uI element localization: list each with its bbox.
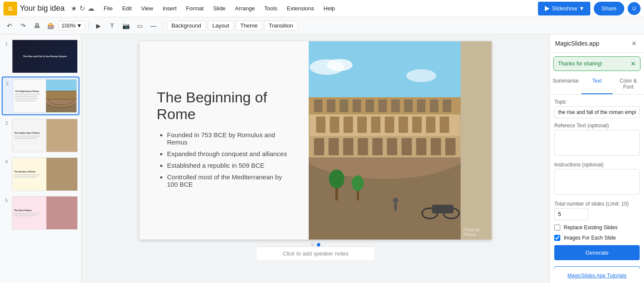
svg-rect-29 <box>330 117 339 133</box>
slide-thumb-4[interactable]: 4 The Decline of Rome <box>2 156 79 193</box>
cloud-icon[interactable]: ☁ <box>88 4 94 12</box>
canvas-area: The Beginning of Rome Founded in 753 BCE… <box>82 34 550 283</box>
text-btn[interactable]: T <box>106 20 118 32</box>
svg-rect-25 <box>430 99 438 112</box>
menu-edit[interactable]: Edit <box>118 3 136 13</box>
share-button[interactable]: Share <box>594 2 624 15</box>
replace-existing-checkbox[interactable] <box>554 225 560 231</box>
right-sidebar: MagicSlides.app ✕ Thanks for sharing! ✕ … <box>550 34 644 283</box>
tutorials-link[interactable]: MagicSlides App Tutorials <box>550 268 644 283</box>
sidebar-title: MagicSlides.app <box>555 40 599 47</box>
tab-text[interactable]: Text <box>581 74 613 94</box>
total-slides-group: Total number of slides (Limit: 10) <box>554 201 640 220</box>
slide-thumb-5[interactable]: 5 The Fall of Rome <box>2 194 79 231</box>
menu-insert[interactable]: Insert <box>158 3 181 13</box>
svg-rect-23 <box>404 99 413 112</box>
toolbar-layout-btn[interactable]: Layout <box>208 21 234 31</box>
replace-existing-row: Replace Existing Slides <box>554 225 640 231</box>
cursor-btn[interactable]: ▶ <box>92 20 104 32</box>
star-icon[interactable]: ★ <box>71 4 77 12</box>
slide-img-4: The Decline of Rome <box>12 157 78 191</box>
reference-field-group: Referece Text (optional) <box>554 123 640 157</box>
canvas-bullet-2: Expanded through conquest and alliances <box>167 150 292 157</box>
menu-slide[interactable]: Slide <box>209 3 230 13</box>
toolbar-redo-btn[interactable]: ↷ <box>17 20 29 32</box>
slide-nav <box>311 243 320 246</box>
topic-input[interactable] <box>554 106 640 118</box>
toolbar-print-btn[interactable]: 🖶 <box>31 20 43 32</box>
canvas-bullet-1: Founded in 753 BCE by Romulus and Remus <box>167 131 292 146</box>
avatar[interactable]: U <box>628 2 641 15</box>
svg-rect-47 <box>431 138 441 155</box>
tab-summarise[interactable]: Summarise <box>550 74 581 94</box>
svg-rect-21 <box>378 99 387 112</box>
zoom-control[interactable]: 100% ▼ <box>58 21 85 30</box>
slide-thumb-3[interactable]: 3 The Golden Age of Rome <box>2 117 79 154</box>
toolbar-paint-format-btn[interactable]: 🎰 <box>45 20 57 32</box>
reference-label: Referece Text (optional) <box>554 123 640 129</box>
svg-rect-22 <box>391 99 400 112</box>
slide-thumb-2[interactable]: 2 The Beginning of Rome <box>2 77 79 115</box>
total-slides-input[interactable] <box>554 208 589 220</box>
toolbar-undo-btn[interactable]: ↶ <box>3 20 15 32</box>
svg-rect-24 <box>417 99 425 112</box>
svg-rect-43 <box>372 138 383 155</box>
history-icon[interactable]: ↻ <box>79 4 85 12</box>
toolbar-theme-btn[interactable]: Theme <box>236 21 262 31</box>
svg-point-58 <box>352 175 364 191</box>
svg-rect-16 <box>314 99 322 112</box>
svg-rect-7 <box>46 91 76 99</box>
notification-text: Thanks for sharing! <box>558 61 602 67</box>
menu-arrange[interactable]: Arrange <box>231 3 259 13</box>
line-btn[interactable]: ― <box>147 20 159 32</box>
toolbar-background-btn[interactable]: Background <box>167 21 206 31</box>
canvas-content-left: The Beginning of Rome Founded in 753 BCE… <box>140 41 309 240</box>
canvas-bullets: Founded in 753 BCE by Romulus and Remus … <box>157 131 292 192</box>
svg-rect-39 <box>314 138 324 155</box>
svg-point-10 <box>327 59 352 71</box>
menu-help[interactable]: Help <box>319 3 340 13</box>
instructions-textarea[interactable] <box>554 169 640 195</box>
menu-bar: G Your big idea ★ ↻ ☁ File Edit View Ins… <box>0 0 644 17</box>
images-for-each-checkbox[interactable] <box>554 235 560 241</box>
slide-dot-active <box>317 243 320 246</box>
slide-thumb-1[interactable]: 1 The Rise and Fall of the Roman Empire <box>2 38 79 75</box>
toolbar-separator-2 <box>163 22 163 30</box>
toolbar: ↶ ↷ 🖶 🎰 100% ▼ ▶ T 📷 ▭ ― Background Layo… <box>0 17 644 34</box>
image-btn[interactable]: 📷 <box>120 20 132 32</box>
main-area: 1 The Rise and Fall of the Roman Empire … <box>0 34 644 283</box>
menu-format[interactable]: Format <box>182 3 208 13</box>
right-controls: Slideshow ▼ Share U <box>538 2 641 15</box>
menu-extensions[interactable]: Extensions <box>283 3 319 13</box>
app-title: Your big idea <box>20 4 64 13</box>
svg-point-56 <box>329 169 344 188</box>
speaker-notes-area[interactable]: Click to add speaker notes <box>257 246 374 260</box>
slide-canvas[interactable]: The Beginning of Rome Founded in 753 BCE… <box>140 41 492 240</box>
menu-tools[interactable]: Tools <box>260 3 282 13</box>
topic-label: Topic <box>554 99 640 105</box>
svg-rect-26 <box>443 99 451 112</box>
svg-rect-37 <box>440 117 449 133</box>
instructions-label: Instructions (optional) <box>554 162 640 168</box>
svg-rect-54 <box>394 203 397 211</box>
images-for-each-row: Images For Each Slide <box>554 235 640 241</box>
generate-button[interactable]: Generate <box>554 245 640 260</box>
svg-rect-44 <box>387 138 397 155</box>
toolbar-transition-btn[interactable]: Transition <box>264 21 298 31</box>
tab-color-font[interactable]: Color & Font <box>613 74 644 94</box>
svg-rect-34 <box>398 117 408 133</box>
slide-img-1: The Rise and Fall of the Roman Empire <box>12 40 78 73</box>
menu-view[interactable]: View <box>137 3 158 13</box>
svg-rect-35 <box>412 117 422 133</box>
reference-textarea[interactable] <box>554 130 640 156</box>
sidebar-close-button[interactable]: ✕ <box>629 39 639 48</box>
toolbar-separator-1 <box>88 22 89 30</box>
notification-close-button[interactable]: ✕ <box>631 60 636 67</box>
shapes-btn[interactable]: ▭ <box>134 20 146 32</box>
images-for-each-label: Images For Each Slide <box>564 235 616 241</box>
menu-file[interactable]: File <box>99 3 117 13</box>
sidebar-tabs: Summarise Text Color & Font <box>550 74 644 95</box>
svg-rect-41 <box>343 138 353 155</box>
slideshow-button[interactable]: Slideshow ▼ <box>538 2 590 15</box>
canvas-slide-title: The Beginning of Rome <box>157 89 292 123</box>
